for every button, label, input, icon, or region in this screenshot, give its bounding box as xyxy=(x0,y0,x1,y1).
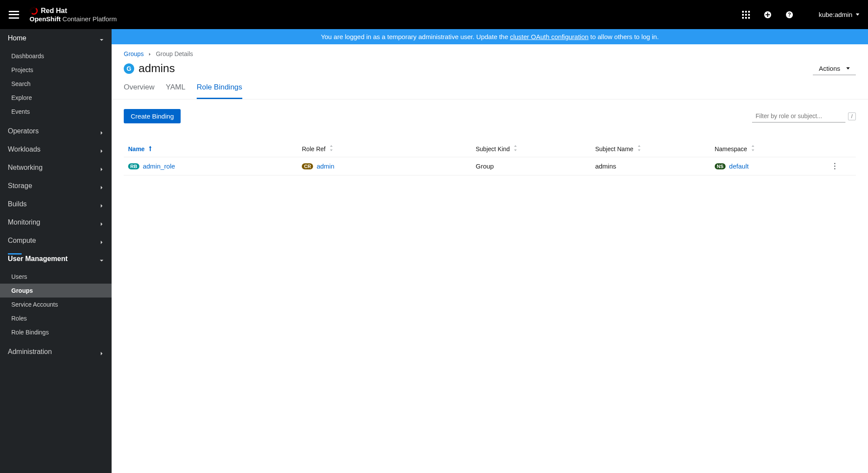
tab-overview[interactable]: Overview xyxy=(124,83,155,99)
nav-service-accounts[interactable]: Service Accounts xyxy=(0,298,112,311)
chevron-right-icon xyxy=(148,50,152,57)
binding-name-link[interactable]: admin_role xyxy=(143,162,175,170)
nav-users[interactable]: Users xyxy=(0,270,112,284)
nav-workloads[interactable]: Workloads xyxy=(0,140,112,159)
nav-networking[interactable]: Networking xyxy=(0,159,112,177)
svg-text:?: ? xyxy=(788,12,791,18)
brand-text-rest: Container Platform xyxy=(61,15,117,23)
brand-text-bold: OpenShift xyxy=(30,15,61,23)
chevron-down-icon xyxy=(99,36,104,40)
user-menu[interactable]: kube:admin xyxy=(818,11,859,18)
nav-projects[interactable]: Projects xyxy=(0,63,112,77)
help-icon[interactable]: ? xyxy=(785,11,793,19)
svg-rect-4 xyxy=(748,11,750,13)
ns-badge: NS xyxy=(715,163,726,169)
rb-badge: RB xyxy=(128,163,139,169)
nav-monitoring[interactable]: Monitoring xyxy=(0,213,112,232)
sort-icon xyxy=(513,145,518,152)
svg-rect-3 xyxy=(745,11,747,13)
table-header: Name Role Ref Subject Kind Subject Name xyxy=(124,141,856,157)
nav-search[interactable]: Search xyxy=(0,77,112,91)
filter-input[interactable] xyxy=(752,110,845,122)
subject-name: admins xyxy=(595,162,715,170)
caret-down-icon xyxy=(856,13,859,16)
caret-down-icon xyxy=(846,67,850,69)
nav-home[interactable]: Home xyxy=(0,29,112,47)
nav-operators[interactable]: Operators xyxy=(0,122,112,140)
roleref-link[interactable]: admin xyxy=(317,162,334,170)
hamburger-menu[interactable] xyxy=(9,11,19,19)
subject-kind: Group xyxy=(475,162,595,170)
user-name: kube:admin xyxy=(818,11,852,18)
oauth-config-link[interactable]: cluster OAuth configuration xyxy=(510,33,588,40)
page-title: admins xyxy=(139,62,175,75)
col-subject-kind[interactable]: Subject Kind xyxy=(475,145,595,152)
svg-rect-6 xyxy=(745,14,747,16)
col-subject-name[interactable]: Subject Name xyxy=(595,145,715,152)
nav-groups[interactable]: Groups xyxy=(0,284,112,298)
redhat-icon xyxy=(30,7,38,15)
chevron-right-icon xyxy=(99,350,104,354)
sort-asc-icon xyxy=(148,146,152,152)
chevron-right-icon xyxy=(99,147,104,152)
svg-rect-7 xyxy=(748,14,750,16)
breadcrumb-groups[interactable]: Groups xyxy=(124,50,144,57)
chevron-right-icon xyxy=(99,238,104,243)
nav-dashboards[interactable]: Dashboards xyxy=(0,49,112,63)
actions-dropdown[interactable]: Actions xyxy=(813,62,856,75)
nav-builds[interactable]: Builds xyxy=(0,195,112,213)
chevron-down-icon xyxy=(99,257,104,261)
nav-user-management[interactable]: User Management xyxy=(0,250,112,268)
sort-icon xyxy=(751,145,755,152)
apps-icon[interactable] xyxy=(742,11,750,19)
sort-icon xyxy=(637,145,641,152)
nav-compute[interactable]: Compute xyxy=(0,232,112,250)
nav-events[interactable]: Events xyxy=(0,105,112,119)
create-binding-button[interactable]: Create Binding xyxy=(124,109,181,123)
svg-rect-10 xyxy=(748,17,750,19)
namespace-link[interactable]: default xyxy=(729,162,749,170)
table-row: RB admin_role CR admin Group admins NS d… xyxy=(124,157,856,175)
col-namespace[interactable]: Namespace xyxy=(715,145,834,152)
nav-storage[interactable]: Storage xyxy=(0,177,112,195)
tabs: Overview YAML Role Bindings xyxy=(124,83,856,99)
nav-administration[interactable]: Administration xyxy=(0,343,112,361)
svg-rect-8 xyxy=(742,17,744,19)
svg-rect-5 xyxy=(742,14,744,16)
brand-logo: Red Hat OpenShift Container Platform xyxy=(30,7,117,23)
col-name[interactable]: Name xyxy=(128,145,302,152)
svg-rect-13 xyxy=(766,14,770,15)
chevron-right-icon xyxy=(99,184,104,188)
chevron-right-icon xyxy=(99,165,104,170)
slash-shortcut-hint: / xyxy=(848,112,856,120)
nav-explore[interactable]: Explore xyxy=(0,91,112,105)
nav-role-bindings[interactable]: Role Bindings xyxy=(0,325,112,339)
kebab-menu[interactable] xyxy=(834,163,835,169)
svg-rect-9 xyxy=(745,17,747,19)
tab-yaml[interactable]: YAML xyxy=(166,83,185,99)
resource-badge: G xyxy=(124,63,134,74)
plus-icon[interactable] xyxy=(764,11,772,19)
brand-text-1: Red Hat xyxy=(41,7,67,15)
chevron-right-icon xyxy=(99,129,104,133)
sort-icon xyxy=(329,145,333,152)
tab-role-bindings[interactable]: Role Bindings xyxy=(197,83,242,99)
nav-roles[interactable]: Roles xyxy=(0,311,112,325)
chevron-right-icon xyxy=(99,220,104,225)
info-banner: You are logged in as a temporary adminis… xyxy=(112,29,868,44)
col-roleref[interactable]: Role Ref xyxy=(302,145,475,152)
cr-badge: CR xyxy=(302,163,313,169)
breadcrumb: Groups Group Details xyxy=(124,50,856,57)
svg-rect-2 xyxy=(742,11,744,13)
sidebar: Home Dashboards Projects Search Explore … xyxy=(0,29,112,473)
breadcrumb-current: Group Details xyxy=(156,50,193,57)
chevron-right-icon xyxy=(99,202,104,206)
